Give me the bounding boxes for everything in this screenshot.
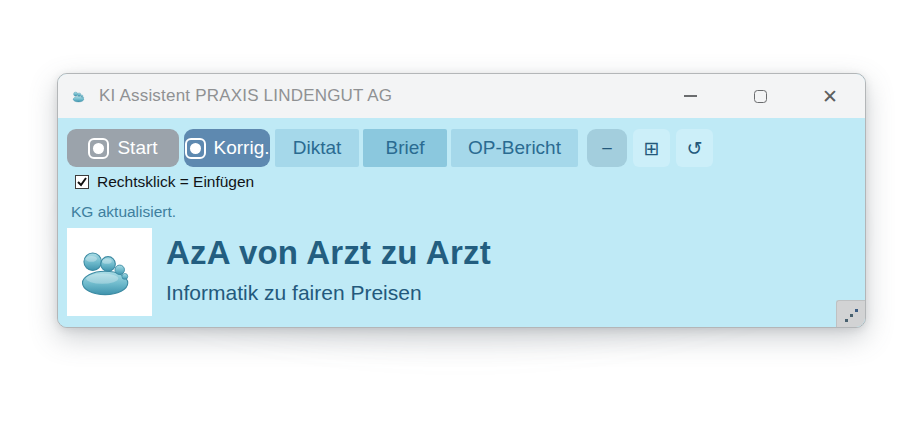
refresh-button[interactable]: ↺ (676, 129, 713, 167)
status-text: KG aktualisiert. (71, 203, 176, 221)
grid-icon: ⊞ (644, 137, 660, 160)
window-body: Start Korrig. Diktat Brief OP-Bericht – … (58, 118, 865, 328)
brief-button-label: Brief (385, 137, 424, 159)
start-button[interactable]: Start (67, 129, 179, 167)
app-window: KI Assistent PRAXIS LINDENGUT AG ✕ Start… (57, 73, 866, 328)
water-drops-icon (73, 234, 146, 310)
grid-button[interactable]: ⊞ (633, 129, 670, 167)
minus-icon: – (602, 138, 611, 158)
brief-button[interactable]: Brief (363, 129, 447, 167)
brand-tagline: Informatik zu fairen Preisen (166, 281, 491, 305)
collapse-button[interactable]: – (587, 129, 627, 167)
window-controls: ✕ (667, 80, 853, 112)
app-bubbles-icon (70, 88, 89, 105)
right-click-option-row: Rechtsklick = Einfügen (75, 173, 254, 191)
minimize-icon (684, 95, 697, 97)
start-button-label: Start (117, 137, 157, 159)
window-title: KI Assistent PRAXIS LINDENGUT AG (99, 86, 392, 106)
aza-logo (67, 228, 152, 316)
maximize-icon (754, 90, 767, 103)
op-bericht-button[interactable]: OP-Bericht (451, 129, 578, 167)
diktat-button-label: Diktat (293, 137, 342, 159)
resize-grip[interactable] (836, 300, 865, 328)
korrig-button-label: Korrig. (214, 137, 270, 159)
maximize-button[interactable] (737, 80, 783, 112)
minimize-button[interactable] (667, 80, 713, 112)
record-icon (88, 138, 109, 159)
refresh-icon: ↺ (687, 137, 703, 160)
close-icon: ✕ (822, 85, 838, 108)
right-click-checkbox-label: Rechtsklick = Einfügen (97, 173, 254, 191)
op-bericht-button-label: OP-Bericht (468, 137, 561, 159)
right-click-checkbox[interactable] (75, 175, 89, 189)
record-icon (185, 138, 206, 159)
close-button[interactable]: ✕ (807, 80, 853, 112)
diktat-button[interactable]: Diktat (275, 129, 359, 167)
brand-text: AzA von Arzt zu Arzt Informatik zu faire… (166, 228, 491, 305)
brand-block: AzA von Arzt zu Arzt Informatik zu faire… (67, 228, 491, 316)
titlebar[interactable]: KI Assistent PRAXIS LINDENGUT AG ✕ (58, 74, 865, 118)
brand-title: AzA von Arzt zu Arzt (166, 234, 491, 272)
toolbar: Start Korrig. Diktat Brief OP-Bericht – … (67, 129, 719, 167)
checkmark-icon (76, 176, 88, 188)
korrig-button[interactable]: Korrig. (184, 129, 270, 167)
